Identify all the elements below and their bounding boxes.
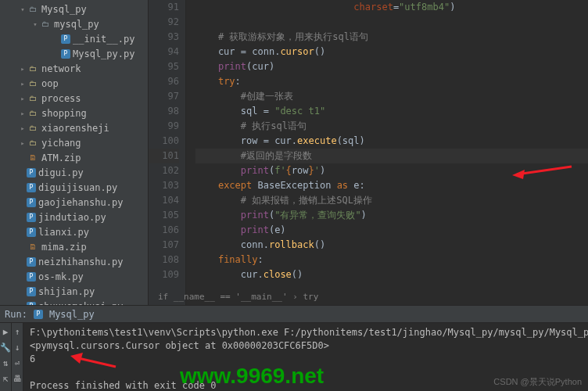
code-line[interactable]: #创建一张表 bbox=[195, 89, 588, 104]
annotation-arrow-2 bbox=[70, 353, 117, 374]
tree-item[interactable]: Pshijian.py bbox=[0, 284, 148, 299]
line-number[interactable]: 105 bbox=[149, 208, 179, 223]
folder-icon: 🗀 bbox=[39, 19, 52, 30]
tree-item[interactable]: ▸🗀oop bbox=[0, 76, 148, 91]
chevron-icon[interactable]: ▸ bbox=[19, 139, 27, 147]
folder-icon: 🗀 bbox=[27, 4, 39, 15]
code-line[interactable]: sql = "desc t1" bbox=[195, 104, 588, 119]
tree-item[interactable]: P__init__.py bbox=[0, 31, 148, 46]
python-file-icon: P bbox=[27, 228, 36, 237]
tree-item[interactable]: ▾🗀mysql_py bbox=[0, 16, 148, 31]
folder-icon: 🗀 bbox=[27, 138, 39, 149]
tree-item[interactable]: Pjindutiao.py bbox=[0, 210, 148, 224]
tools-icon[interactable]: 🔧 bbox=[0, 342, 11, 353]
tree-item-label: yichang bbox=[41, 138, 81, 149]
tree-item[interactable]: Plianxi.py bbox=[0, 224, 148, 239]
code-line[interactable]: print(cur) bbox=[195, 59, 588, 74]
wrap-icon[interactable]: ⏎ bbox=[12, 357, 23, 368]
tree-item[interactable]: ▸🗀xiaorensheji bbox=[0, 120, 148, 135]
code-line[interactable]: print("有异常，查询失败") bbox=[195, 208, 588, 223]
python-file-icon: P bbox=[34, 310, 43, 319]
line-number[interactable]: 98 bbox=[149, 104, 179, 119]
code-line[interactable]: try: bbox=[195, 74, 588, 89]
archive-icon: 🗎 bbox=[27, 152, 39, 163]
chevron-icon[interactable]: ▸ bbox=[19, 80, 27, 88]
folder-icon: 🗀 bbox=[27, 123, 39, 134]
code-line[interactable]: conn.rollback() bbox=[195, 238, 588, 253]
line-number[interactable]: 93 bbox=[149, 30, 179, 45]
tree-item-label: jindutiao.py bbox=[38, 212, 106, 223]
tree-item[interactable]: Pdiguijisuan.py bbox=[0, 180, 148, 195]
code-line[interactable]: cur.close() bbox=[195, 267, 588, 282]
python-file-icon: P bbox=[27, 198, 36, 207]
code-line[interactable]: # 获取游标对象，用来执行sql语句 bbox=[195, 30, 588, 45]
line-number[interactable]: 103 bbox=[149, 178, 179, 193]
code-line[interactable]: #返回的是字段数 bbox=[195, 149, 588, 163]
tree-item[interactable]: Pneizhihanshu.py bbox=[0, 254, 148, 269]
tree-item[interactable]: ▸🗀network bbox=[0, 61, 148, 76]
chevron-icon[interactable]: ▾ bbox=[31, 20, 39, 28]
tree-item[interactable]: PMysql_py.py bbox=[0, 46, 148, 61]
code-line[interactable]: row = cur.execute(sql) bbox=[195, 134, 588, 149]
run-config-name[interactable]: Mysql_py bbox=[49, 309, 95, 320]
line-number[interactable]: 107 bbox=[149, 238, 179, 253]
watermark: www.9969.net bbox=[180, 364, 324, 389]
line-number[interactable]: 94 bbox=[149, 45, 179, 59]
code-line[interactable]: cur = conn.cursor() bbox=[195, 45, 588, 59]
code-editor[interactable]: 9192939495969798991001011021031041051061… bbox=[149, 0, 588, 305]
python-file-icon: P bbox=[27, 183, 36, 192]
line-number[interactable]: 97 bbox=[149, 89, 179, 104]
tree-item[interactable]: Pos-mk.py bbox=[0, 269, 148, 284]
code-line[interactable] bbox=[195, 15, 588, 30]
layout-icon[interactable]: ⇅ bbox=[0, 357, 11, 368]
print-icon[interactable]: 🖶 bbox=[12, 373, 23, 384]
line-number[interactable]: 104 bbox=[149, 193, 179, 208]
code-line[interactable]: finally: bbox=[195, 253, 588, 267]
line-number[interactable]: 100 bbox=[149, 134, 179, 149]
gutter: 9192939495969798991001011021031041051061… bbox=[149, 0, 186, 305]
line-number[interactable]: 108 bbox=[149, 253, 179, 267]
tree-item[interactable]: 🗎mima.zip bbox=[0, 239, 148, 254]
code-area[interactable]: charset="utf8mb4") # 获取游标对象，用来执行sql语句 cu… bbox=[186, 0, 588, 305]
line-number[interactable]: 99 bbox=[149, 119, 179, 134]
line-number[interactable]: 91 bbox=[149, 0, 179, 15]
python-file-icon: P bbox=[27, 257, 36, 267]
tree-item[interactable]: ▸🗀process bbox=[0, 91, 148, 106]
tree-item[interactable]: Pgaojiehanshu.py bbox=[0, 195, 148, 210]
expand-icon[interactable]: ⇱ bbox=[0, 373, 11, 384]
python-file-icon: P bbox=[27, 302, 36, 306]
tree-item-label: diguijisuan.py bbox=[38, 182, 117, 193]
tree-item[interactable]: Pshuxuemokuai.py bbox=[0, 299, 148, 305]
rerun-icon[interactable]: ▶ bbox=[0, 326, 11, 337]
code-line[interactable]: charset="utf8mb4") bbox=[195, 0, 588, 15]
tree-item-label: __init__.py bbox=[73, 34, 134, 45]
chevron-icon[interactable]: ▸ bbox=[19, 95, 27, 102]
tree-item[interactable]: ▸🗀yichang bbox=[0, 135, 148, 150]
python-file-icon: P bbox=[61, 34, 70, 44]
tree-item[interactable]: 🗎ATM.zip bbox=[0, 150, 148, 165]
python-file-icon: P bbox=[27, 168, 36, 178]
tree-item[interactable]: Pdigui.py bbox=[0, 165, 148, 180]
project-tree[interactable]: ▾🗀Mysql_py▾🗀mysql_pyP__init__.pyPMysql_p… bbox=[0, 0, 149, 305]
line-number[interactable]: 95 bbox=[149, 59, 179, 74]
line-number[interactable]: 106 bbox=[149, 223, 179, 238]
line-number[interactable]: 109 bbox=[149, 267, 179, 282]
chevron-icon[interactable]: ▸ bbox=[19, 65, 27, 73]
line-number[interactable]: 101 bbox=[149, 149, 179, 163]
run-label: Run: bbox=[5, 309, 27, 320]
code-line[interactable]: # 如果报错，撤销上述SQL操作 bbox=[195, 193, 588, 208]
line-number[interactable]: 92 bbox=[149, 15, 179, 30]
chevron-icon[interactable]: ▸ bbox=[19, 109, 27, 117]
code-line[interactable]: print(e) bbox=[195, 223, 588, 238]
tree-item[interactable]: ▾🗀Mysql_py bbox=[0, 2, 148, 16]
line-number[interactable]: 96 bbox=[149, 74, 179, 89]
down-icon[interactable]: ↓ bbox=[12, 342, 23, 353]
code-line[interactable]: # 执行sql语句 bbox=[195, 119, 588, 134]
up-icon[interactable]: ↑ bbox=[12, 326, 23, 337]
folder-icon: 🗀 bbox=[27, 63, 39, 74]
chevron-icon[interactable]: ▾ bbox=[19, 5, 27, 13]
line-number[interactable]: 102 bbox=[149, 163, 179, 178]
chevron-icon[interactable]: ▸ bbox=[19, 124, 27, 132]
breadcrumb[interactable]: if __name__ == '__main__' › try bbox=[158, 289, 318, 304]
tree-item[interactable]: ▸🗀shopping bbox=[0, 106, 148, 120]
